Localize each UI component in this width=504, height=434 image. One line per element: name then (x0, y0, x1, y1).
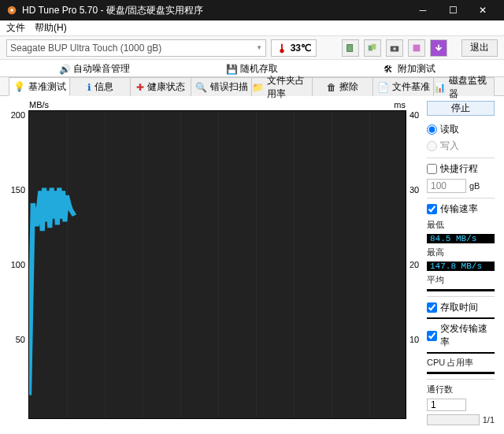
tab-row-secondary: 🔊自动噪音管理 💾随机存取 🛠附加测试 (0, 60, 504, 77)
tab-health[interactable]: ✚健康状态 (130, 77, 191, 96)
svg-point-1 (10, 9, 13, 12)
tab-row-main: 💡基准测试 ℹ信息 ✚健康状态 🔍错误扫描 📁文件夹占用率 🗑擦除 📄文件基准 … (0, 77, 504, 96)
passes-input[interactable] (427, 399, 466, 411)
short-stroke-field: gB (427, 179, 495, 193)
tab-folder-usage[interactable]: 📁文件夹占用率 (251, 77, 313, 96)
label-cpu: CPU 占用率 (427, 357, 495, 369)
health-icon: ✚ (136, 82, 144, 93)
save-button[interactable] (430, 39, 447, 57)
label-passes: 通行数 (427, 384, 495, 395)
info-icon: ℹ (87, 82, 91, 93)
radio-write[interactable]: 写入 (427, 139, 495, 153)
menubar: 文件 帮助(H) (0, 20, 504, 36)
tab-file-bench[interactable]: 📄文件基准 (372, 77, 434, 96)
temperature-display: 33℃ (271, 39, 317, 57)
chart-area: 200 150 100 50 MB/s ms 40 30 20 10 (9, 99, 424, 425)
label-min: 最低 (427, 219, 495, 231)
copy-info-button[interactable] (342, 39, 359, 57)
label-max: 最高 (427, 247, 495, 258)
tab-benchmark[interactable]: 💡基准测试 (9, 77, 70, 96)
close-button[interactable]: ✕ (468, 0, 498, 20)
value-min: 84.5 MB/s (427, 234, 495, 243)
content-area: 200 150 100 50 MB/s ms 40 30 20 10 停止 读取… (0, 95, 504, 433)
file-icon: 📄 (377, 82, 389, 93)
options-button[interactable] (408, 39, 425, 57)
screenshot-button[interactable] (386, 39, 403, 57)
chart-y-left-label: MB/s (29, 100, 49, 109)
wrench-icon: 🛠 (384, 64, 395, 75)
minimize-button[interactable]: ─ (408, 0, 438, 20)
trash-icon: 🗑 (327, 82, 336, 93)
exit-button[interactable]: 退出 (461, 39, 498, 57)
disk-icon: 💾 (226, 64, 237, 75)
passes-bar (427, 414, 480, 425)
chart-y-right-axis: 40 30 20 10 (408, 99, 424, 425)
check-transfer-rate[interactable]: 传输速率 (427, 202, 495, 216)
app-icon (6, 5, 17, 16)
svg-point-3 (280, 48, 284, 52)
check-short-stroke[interactable]: 快捷行程 (427, 162, 495, 176)
drive-label: Seagate BUP Ultra Touch (1000 gB) (10, 43, 161, 54)
titlebar: HD Tune Pro 5.70 - 硬盘/固态硬盘实用程序 ─ ☐ ✕ (0, 0, 504, 20)
value-cpu (427, 372, 495, 373)
tab-disk-monitor[interactable]: 📊磁盘监视器 (433, 77, 495, 96)
label-avg: 平均 (427, 274, 495, 286)
svg-rect-6 (372, 43, 376, 49)
thermometer-icon (276, 43, 287, 54)
tab-info[interactable]: ℹ信息 (69, 77, 131, 96)
value-burst-rate (427, 352, 495, 354)
passes-display: 1/1 (483, 415, 495, 425)
short-stroke-input[interactable] (427, 179, 466, 193)
toolbar: Seagate BUP Ultra Touch (1000 gB) 33℃ 退出 (0, 36, 504, 60)
chart-canvas: MB/s ms (28, 110, 406, 419)
svg-rect-9 (413, 44, 421, 51)
check-burst-rate[interactable]: 突发传输速率 (427, 322, 495, 349)
menu-help[interactable]: 帮助(H) (35, 21, 67, 35)
tab-erase[interactable]: 🗑擦除 (312, 77, 373, 96)
maximize-button[interactable]: ☐ (438, 0, 468, 20)
tab-auto-noise[interactable]: 🔊自动噪音管理 (16, 61, 173, 78)
drive-select[interactable]: Seagate BUP Ultra Touch (1000 gB) (6, 39, 266, 57)
menu-file[interactable]: 文件 (6, 21, 25, 35)
svg-rect-4 (347, 44, 353, 51)
speaker-icon: 🔊 (59, 64, 70, 75)
copy-screenshot-button[interactable] (364, 39, 381, 57)
search-icon: 🔍 (195, 82, 207, 93)
stop-button[interactable]: 停止 (427, 101, 495, 116)
value-avg (427, 289, 495, 291)
chart-y-left-axis: 200 150 100 50 (9, 99, 27, 425)
check-access-time[interactable]: 存取时间 (427, 301, 495, 314)
temperature-value: 33℃ (291, 43, 311, 54)
tab-error-scan[interactable]: 🔍错误扫描 (191, 77, 252, 96)
svg-rect-2 (281, 43, 283, 49)
value-max: 147.8 MB/s (427, 262, 495, 271)
window-title: HD Tune Pro 5.70 - 硬盘/固态硬盘实用程序 (22, 4, 408, 17)
value-access-time (427, 317, 495, 319)
chart-y-right-label: ms (394, 100, 406, 109)
svg-point-8 (393, 47, 396, 50)
monitor-icon: 📊 (434, 82, 446, 93)
passes-progress: 1/1 (427, 414, 495, 425)
radio-read[interactable]: 读取 (427, 123, 495, 136)
chart-line-svg (29, 111, 406, 418)
side-panel: 停止 读取 写入 快捷行程 gB 传输速率 最低 84.5 MB/s 最高 14… (424, 99, 495, 425)
bulb-icon: 💡 (13, 81, 25, 92)
folder-icon: 📁 (252, 82, 264, 93)
